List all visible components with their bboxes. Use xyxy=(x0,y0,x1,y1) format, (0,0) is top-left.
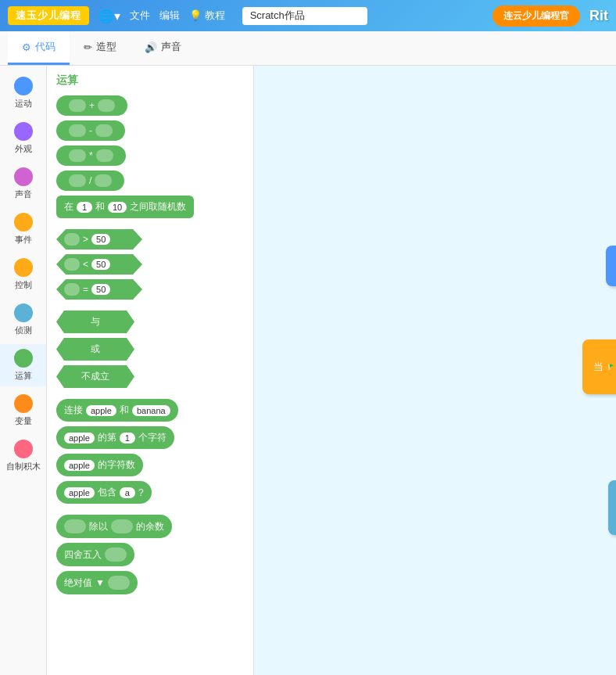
events-label: 事件 xyxy=(15,234,32,246)
block-row-mod: 除以 的余数 xyxy=(56,515,244,538)
add-right-oval xyxy=(98,99,115,112)
join-val1[interactable]: apple xyxy=(86,405,116,416)
gt-op: > xyxy=(83,234,88,245)
control-dot xyxy=(14,258,33,277)
motion-label: 运动 xyxy=(15,98,32,110)
div-right-oval xyxy=(95,174,112,187)
block-add[interactable]: + xyxy=(56,95,127,116)
tab-sound[interactable]: 🔊 声音 xyxy=(131,31,195,65)
block-length[interactable]: apple 的字符数 xyxy=(56,454,143,476)
nav-teach[interactable]: 💡 教程 xyxy=(189,9,225,23)
brand-logo: 速玉少儿编程 xyxy=(8,6,89,25)
block-row-multiply: * xyxy=(56,145,244,166)
nav-file[interactable]: 文件 xyxy=(130,9,150,23)
eq-val[interactable]: 50 xyxy=(91,284,110,295)
sidebar-item-sound[interactable]: 声音 xyxy=(0,163,46,205)
canvas-block-flag[interactable]: 当 被点击 xyxy=(582,339,616,394)
block-gt[interactable]: > 50 xyxy=(56,229,142,250)
looks-label: 外观 xyxy=(15,143,32,155)
globe-icon[interactable]: 🌐▾ xyxy=(98,9,120,23)
contains-val[interactable]: a xyxy=(120,487,135,498)
sidebar-item-events[interactable]: 事件 xyxy=(0,208,46,250)
random-and: 和 xyxy=(95,200,105,214)
sidebar-item-operators[interactable]: 运算 xyxy=(0,344,46,386)
random-val1[interactable]: 1 xyxy=(77,202,92,213)
eq-op: = xyxy=(83,284,88,295)
block-lt[interactable]: < 50 xyxy=(56,254,142,275)
gt-val[interactable]: 50 xyxy=(91,234,110,245)
or-label: 或 xyxy=(91,343,100,356)
block-and[interactable]: 与 xyxy=(56,311,134,333)
len-label: 的字符数 xyxy=(98,458,135,472)
code-tab-label: 代码 xyxy=(35,40,56,54)
join-val2[interactable]: banana xyxy=(132,405,170,416)
project-name-input[interactable] xyxy=(242,7,367,25)
control-label: 控制 xyxy=(15,279,32,291)
char-str[interactable]: apple xyxy=(64,433,95,443)
block-contains[interactable]: apple 包含 a ? xyxy=(56,481,152,504)
operators-label: 运算 xyxy=(15,370,32,382)
join-and: 和 xyxy=(120,404,129,417)
add-symbol: + xyxy=(89,100,95,111)
canvas-area[interactable]: 移动 10 步 当 被点击 询问 What's your name? 并等待 xyxy=(254,66,616,675)
block-char[interactable]: apple 的第 1 个字符 xyxy=(56,426,174,449)
random-val2[interactable]: 10 xyxy=(108,202,127,213)
block-row-add: + xyxy=(56,95,244,116)
abs-arrow: ▼ xyxy=(95,577,105,588)
sensing-dot xyxy=(14,303,33,322)
tab-costume[interactable]: ✏ 造型 xyxy=(70,31,131,65)
sidebar-item-looks[interactable]: 外观 xyxy=(0,117,46,160)
random-prefix: 在 xyxy=(64,200,73,214)
sound-label: 声音 xyxy=(15,188,32,200)
char-index[interactable]: 1 xyxy=(120,433,135,443)
sidebar-item-sensing[interactable]: 侦测 xyxy=(0,299,46,341)
sidebar: 运动 外观 声音 事件 控制 侦测 运算 变量 xyxy=(0,66,47,675)
nav-edit[interactable]: 编辑 xyxy=(159,9,180,23)
operators-dot xyxy=(14,349,33,368)
block-row-lt: < 50 xyxy=(56,254,244,275)
block-or[interactable]: 或 xyxy=(56,338,134,361)
lt-val[interactable]: 50 xyxy=(91,259,110,270)
block-row-eq: = 50 xyxy=(56,279,244,300)
block-row-gt: > 50 xyxy=(56,229,244,250)
tab-code[interactable]: ⚙ 代码 xyxy=(8,31,70,65)
lt-left-oval xyxy=(64,258,80,271)
block-random[interactable]: 在 1 和 10 之间取随机数 xyxy=(56,196,194,218)
sound-dot xyxy=(14,167,33,186)
sidebar-item-variables[interactable]: 变量 xyxy=(0,390,46,432)
block-not[interactable]: 不成立 xyxy=(56,365,134,388)
sidebar-item-myblocks[interactable]: 自制积木 xyxy=(0,435,46,477)
block-row-char: apple 的第 1 个字符 xyxy=(56,426,244,449)
div-left-oval xyxy=(69,174,86,187)
costume-tab-icon: ✏ xyxy=(84,41,92,53)
block-row-abs: 绝对值 ▼ xyxy=(56,571,244,594)
block-row-round: 四舍五入 xyxy=(56,543,244,566)
join-label: 连接 xyxy=(64,404,83,417)
sidebar-item-motion[interactable]: 运动 xyxy=(0,72,46,114)
block-join[interactable]: 连接 apple 和 banana xyxy=(56,399,178,422)
top-nav: 速玉少儿编程 🌐▾ 文件 编辑 💡 教程 连云少儿编程官 Rit xyxy=(0,0,616,31)
block-row-and: 与 xyxy=(56,311,244,333)
contains-str[interactable]: apple xyxy=(64,487,95,498)
sidebar-item-control[interactable]: 控制 xyxy=(0,253,46,296)
sound-tab-icon: 🔊 xyxy=(145,41,157,53)
round-input xyxy=(105,548,127,562)
and-label: 与 xyxy=(91,315,100,329)
block-divide[interactable]: / xyxy=(56,171,124,191)
connect-button[interactable]: 连云少儿编程官 xyxy=(492,5,580,27)
block-round[interactable]: 四舍五入 xyxy=(56,543,134,566)
mod-val1 xyxy=(64,519,86,533)
canvas-block-move[interactable]: 移动 10 步 xyxy=(606,246,616,286)
abs-input xyxy=(108,576,130,590)
contains-label: 包含 xyxy=(98,486,116,499)
block-multiply[interactable]: * xyxy=(56,145,126,166)
mul-symbol: * xyxy=(89,150,93,161)
block-subtract[interactable]: - xyxy=(56,120,125,141)
canvas-block-ask[interactable]: 询问 What's your name? 并等待 xyxy=(608,480,616,535)
block-mod[interactable]: 除以 的余数 xyxy=(56,515,172,538)
block-eq[interactable]: = 50 xyxy=(56,279,142,300)
len-str[interactable]: apple xyxy=(64,460,95,471)
block-abs[interactable]: 绝对值 ▼ xyxy=(56,571,138,594)
mul-left-oval xyxy=(69,149,86,162)
sound-tab-label: 声音 xyxy=(161,40,181,54)
